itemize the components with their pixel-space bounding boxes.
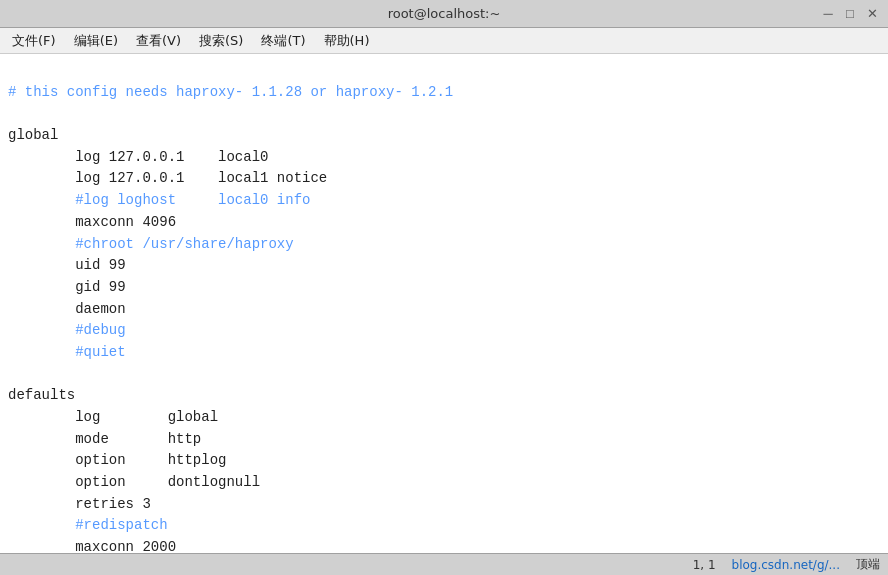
status-bar: 1, 1 blog.csdn.net/g/... 顶端 [0,553,888,575]
window-controls: ─ □ ✕ [820,6,880,22]
minimize-button[interactable]: ─ [820,6,836,22]
menu-file[interactable]: 文件(F) [4,30,64,52]
blog-link[interactable]: blog.csdn.net/g/... [732,558,840,572]
menu-view[interactable]: 查看(V) [128,30,189,52]
terminal-window: root@localhost:~ ─ □ ✕ 文件(F) 编辑(E) 查看(V)… [0,0,888,575]
title-bar: root@localhost:~ ─ □ ✕ [0,0,888,28]
menu-help[interactable]: 帮助(H) [316,30,378,52]
menu-edit[interactable]: 编辑(E) [66,30,126,52]
maximize-button[interactable]: □ [842,6,858,22]
menu-bar: 文件(F) 编辑(E) 查看(V) 搜索(S) 终端(T) 帮助(H) [0,28,888,54]
window-title: root@localhost:~ [68,6,820,21]
terminal-content: # this config needs haproxy- 1.1.28 or h… [8,60,880,553]
menu-terminal[interactable]: 终端(T) [253,30,313,52]
end-label: 顶端 [856,556,880,573]
terminal-body[interactable]: # this config needs haproxy- 1.1.28 or h… [0,54,888,553]
cursor-position: 1, 1 [693,558,716,572]
menu-search[interactable]: 搜索(S) [191,30,251,52]
close-button[interactable]: ✕ [864,6,880,22]
